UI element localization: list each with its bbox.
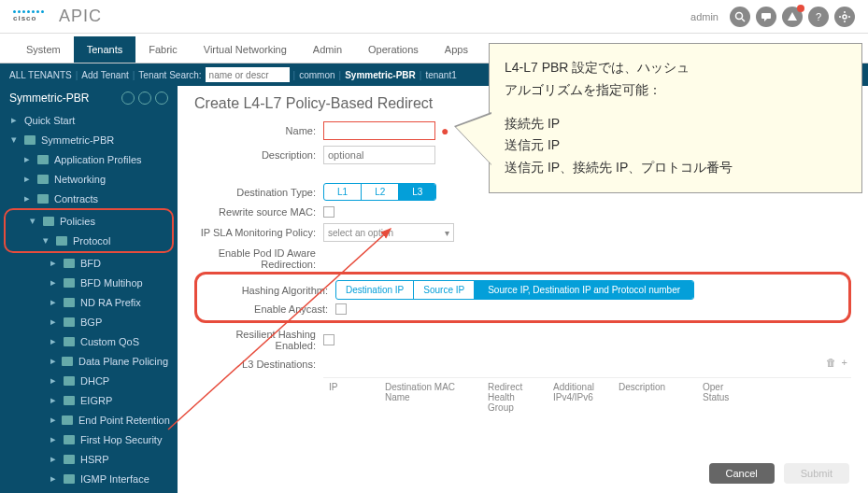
menu-system[interactable]: System bbox=[13, 36, 74, 63]
menu-admin[interactable]: Admin bbox=[300, 36, 355, 63]
sidebar-item-bgp[interactable]: ▸BGP bbox=[0, 312, 178, 331]
svg-line-1 bbox=[742, 19, 745, 21]
sidebar-item-dpp[interactable]: ▸Data Plane Policing bbox=[0, 351, 178, 371]
seg-l1[interactable]: L1 bbox=[324, 184, 362, 200]
menu-apps[interactable]: Apps bbox=[432, 36, 481, 63]
desc-input[interactable] bbox=[323, 146, 435, 164]
sidebar-item-bfd[interactable]: ▸BFD bbox=[0, 253, 178, 273]
sidebar-item-protocol[interactable]: ▾Protocol bbox=[6, 231, 172, 250]
rewrite-checkbox[interactable] bbox=[323, 206, 334, 218]
hash-src[interactable]: Source IP bbox=[414, 281, 475, 299]
sidebar-item-eigrp[interactable]: ▸EIGRP bbox=[0, 390, 178, 410]
sidebar-tool-icons[interactable] bbox=[121, 92, 168, 105]
callout-line3: 接続先 IP bbox=[505, 113, 847, 135]
gear-icon[interactable] bbox=[834, 7, 855, 27]
label-name: Name: bbox=[194, 125, 316, 136]
menu-vnet[interactable]: Virtual Networking bbox=[191, 36, 300, 63]
dest-type-segment[interactable]: L1 L2 L3 bbox=[323, 183, 436, 201]
anycast-checkbox[interactable] bbox=[335, 303, 347, 315]
sidebar-title: Symmetric-PBR bbox=[9, 92, 89, 105]
alerts-icon[interactable] bbox=[782, 7, 803, 27]
menu-fabric[interactable]: Fabric bbox=[135, 36, 191, 63]
plus-icon[interactable]: + bbox=[842, 357, 847, 368]
seg-l2[interactable]: L2 bbox=[362, 184, 399, 200]
sidebar-item-fhs[interactable]: ▸First Hop Security bbox=[0, 430, 178, 449]
highlight-hash: Hashing Algorithm: Destination IP Source… bbox=[194, 272, 851, 323]
callout-line2: アルゴリズムを指定可能： bbox=[505, 79, 847, 102]
svg-point-0 bbox=[736, 12, 743, 19]
label-l3dest: L3 Destinations: bbox=[194, 359, 316, 370]
label-podaware: Enable Pod ID Aware Redirection: bbox=[194, 247, 316, 270]
crumb-common[interactable]: common bbox=[299, 70, 334, 80]
sidebar-item-networking[interactable]: ▸Networking bbox=[0, 169, 178, 189]
required-icon: ● bbox=[441, 123, 448, 138]
annotation-callout: L4-L7 PBR 設定では、ハッシュ アルゴリズムを指定可能： 接続先 IP … bbox=[489, 43, 862, 193]
sidebar-item-igmpsn[interactable]: ▸IGMP Snoop bbox=[0, 488, 178, 493]
add-tenant-link[interactable]: Add Tenant bbox=[81, 70, 128, 80]
label-hash: Hashing Algorithm: bbox=[206, 285, 328, 296]
label-anycast: Enable Anycast: bbox=[206, 303, 328, 315]
sidebar-item-ndra[interactable]: ▸ND RA Prefix bbox=[0, 292, 178, 312]
label-resilient: Resilient Hashing Enabled: bbox=[194, 329, 316, 351]
sidebar-root[interactable]: ▾Symmetric-PBR bbox=[0, 130, 178, 149]
sidebar-item-cqos[interactable]: ▸Custom QoS bbox=[0, 331, 178, 351]
name-input[interactable] bbox=[323, 121, 435, 140]
label-rewrite: Rewrite source MAC: bbox=[194, 206, 316, 218]
seg-l3[interactable]: L3 bbox=[399, 184, 435, 200]
label-desc: Description: bbox=[194, 149, 316, 161]
sidebar-item-igmpif[interactable]: ▸IGMP Interface bbox=[0, 469, 178, 488]
menu-ops[interactable]: Operations bbox=[355, 36, 432, 63]
resilient-checkbox[interactable] bbox=[323, 334, 334, 345]
crumb-tenant1[interactable]: tenant1 bbox=[425, 70, 456, 80]
admin-user[interactable]: admin bbox=[690, 11, 719, 22]
sidebar-item-bfdmh[interactable]: ▸BFD Multihop bbox=[0, 273, 178, 292]
sidebar-item-contracts[interactable]: ▸Contracts bbox=[0, 189, 178, 208]
trash-icon[interactable]: 🗑 bbox=[826, 357, 836, 368]
tenant-search-label: Tenant Search: bbox=[138, 70, 201, 80]
label-desttype: Destination Type: bbox=[194, 187, 316, 198]
svg-point-3 bbox=[843, 15, 847, 19]
sidebar-item-dhcp[interactable]: ▸DHCP bbox=[0, 371, 178, 390]
sidebar-item-approfiles[interactable]: ▸Application Profiles bbox=[0, 149, 178, 169]
app-title: APIC bbox=[59, 7, 102, 26]
svg-rect-2 bbox=[761, 13, 771, 19]
hash-srcdst[interactable]: Source IP, Destination IP and Protocol n… bbox=[475, 281, 693, 299]
callout-line1: L4-L7 PBR 設定では、ハッシュ bbox=[505, 57, 847, 79]
sidebar-item-epr[interactable]: ▸End Point Retention bbox=[0, 410, 178, 430]
sidebar-quickstart[interactable]: ▸Quick Start bbox=[0, 110, 178, 130]
help-icon[interactable]: ? bbox=[808, 7, 829, 27]
search-icon[interactable] bbox=[730, 7, 750, 27]
highlight-policies: ▾Policies ▾Protocol bbox=[4, 208, 174, 253]
submit-button[interactable]: Submit bbox=[784, 463, 849, 484]
cancel-button[interactable]: Cancel bbox=[709, 463, 775, 484]
ipsla-select[interactable]: select an option▾ bbox=[323, 223, 454, 242]
sidebar-item-policies[interactable]: ▾Policies bbox=[6, 211, 172, 231]
label-ipsla: IP SLA Monitoring Policy: bbox=[194, 227, 316, 238]
tenant-search-input[interactable] bbox=[206, 67, 290, 82]
top-bar: cisco APIC admin ? bbox=[0, 0, 868, 34]
hash-segment[interactable]: Destination IP Source IP Source IP, Dest… bbox=[335, 280, 694, 300]
chevron-down-icon: ▾ bbox=[445, 228, 449, 238]
all-tenants-link[interactable]: ALL TENANTS bbox=[9, 70, 72, 80]
cisco-logo: cisco bbox=[13, 10, 44, 22]
menu-tenants[interactable]: Tenants bbox=[74, 36, 136, 63]
l3-table-header: IP Destination MAC Name Redirect Health … bbox=[323, 377, 851, 416]
hash-dest[interactable]: Destination IP bbox=[336, 281, 414, 299]
sidebar: Symmetric-PBR ▸Quick Start ▾Symmetric-PB… bbox=[0, 86, 178, 493]
callout-line5: 送信元 IP、接続先 IP、プロトコル番号 bbox=[505, 157, 847, 179]
callout-line4: 送信元 IP bbox=[505, 134, 847, 157]
crumb-symmetric[interactable]: Symmetric-PBR bbox=[345, 70, 416, 80]
feedback-icon[interactable] bbox=[756, 7, 776, 27]
sidebar-item-hsrp[interactable]: ▸HSRP bbox=[0, 449, 178, 469]
